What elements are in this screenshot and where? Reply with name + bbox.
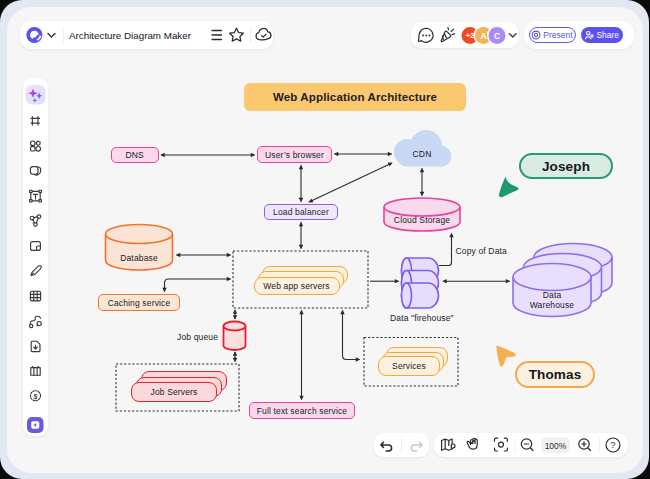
svg-text:+2: +2 <box>466 31 475 40</box>
svg-text:C: C <box>494 31 500 41</box>
svg-text:$: $ <box>33 393 37 401</box>
svg-text:?: ? <box>610 439 615 450</box>
svg-text:100%: 100% <box>544 440 566 450</box>
svg-text:A: A <box>480 31 486 41</box>
